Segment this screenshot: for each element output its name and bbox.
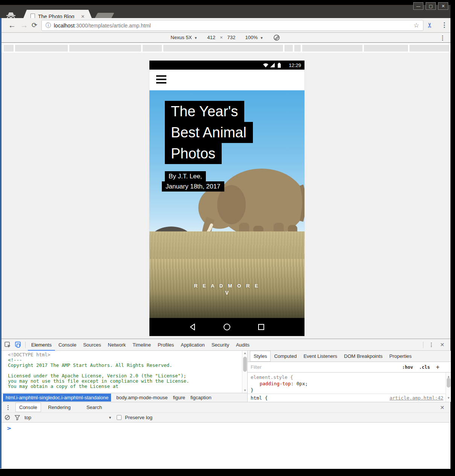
scroll-up-icon[interactable]: ▲ <box>242 351 247 355</box>
tab-audits[interactable]: Audits <box>233 339 253 351</box>
media-query-segment[interactable] <box>364 45 408 52</box>
dom-comment[interactable]: <!--- <box>0 357 247 363</box>
device-viewport-surround: 12:29 <box>0 53 450 339</box>
tab-security[interactable]: Security <box>208 339 233 351</box>
tab-console-drawer[interactable]: Console <box>15 403 41 412</box>
elements-scrollbar[interactable]: ▲ ▼ <box>242 351 247 393</box>
extension-scissors-icon[interactable]: ✂ <box>426 22 434 28</box>
css-rules: element.style { padding-top: 0px; } html… <box>248 373 451 402</box>
tab-application[interactable]: Application <box>177 339 208 351</box>
filter-funnel-icon[interactable] <box>15 415 20 420</box>
tab-network[interactable]: Network <box>105 339 129 351</box>
css-property[interactable]: padding-top <box>260 381 291 386</box>
dom-comment[interactable]: You may obtain a copy of the License at <box>0 384 247 389</box>
styles-filter-input[interactable] <box>251 364 364 370</box>
dom-comment[interactable]: Copyright 2017 The AMP Start Authors. Al… <box>0 363 247 368</box>
close-button[interactable]: ✕ <box>438 2 448 10</box>
media-query-segment[interactable] <box>15 45 68 52</box>
breadcrumb-item-html[interactable]: html.i-amphtml-singledoc.i-amphtml-stand… <box>3 394 111 401</box>
tab-dom-breakpoints[interactable]: DOM Breakpoints <box>341 351 386 361</box>
element-classes-toggle[interactable]: .cls <box>419 365 430 370</box>
android-back-icon[interactable] <box>189 323 197 331</box>
media-query-segment[interactable] <box>4 45 14 52</box>
browser-menu-icon[interactable]: ⋮ <box>441 21 447 29</box>
android-home-icon[interactable] <box>223 323 231 331</box>
scroll-down-icon[interactable]: ▼ <box>446 395 451 401</box>
tab-elements[interactable]: Elements <box>28 339 55 351</box>
dom-comment[interactable]: you may not use this file except in comp… <box>0 379 247 384</box>
browser-tab-bar: The Photo Blog ✕ <box>0 5 450 18</box>
media-query-segment[interactable] <box>285 45 293 52</box>
device-emulation-toolbar: Nexus 5X▼ 412 × 732 100%▼ ⋮ <box>0 33 450 43</box>
styles-scrollbar[interactable]: ▲ ▼ <box>446 373 451 402</box>
tab-rendering[interactable]: Rendering <box>45 403 74 412</box>
scroll-down-icon[interactable]: ▼ <box>242 389 247 392</box>
dom-comment[interactable]: Licensed under the Apache License, Versi… <box>0 373 247 379</box>
media-query-segment[interactable] <box>409 45 449 52</box>
execution-context-select[interactable]: top <box>24 415 31 420</box>
drawer-menu-icon[interactable]: ⋮ <box>0 404 15 411</box>
tab-timeline[interactable]: Timeline <box>129 339 154 351</box>
elements-tree[interactable]: <!DOCTYPE html> <!--- Copyright 2017 The… <box>0 351 247 393</box>
pseudo-state-toggle[interactable]: :hov <box>402 365 413 370</box>
media-query-segment[interactable] <box>302 45 362 52</box>
drawer-close-icon[interactable]: ✕ <box>440 405 450 411</box>
stylesheet-source-link[interactable]: article.amp.html:42 <box>390 395 443 401</box>
device-toolbar-menu-icon[interactable]: ⋮ <box>440 34 446 41</box>
tab-console[interactable]: Console <box>55 339 80 351</box>
zoom-select[interactable]: 100%▼ <box>245 35 263 40</box>
read-more-link[interactable]: R E A D M O R E <box>149 283 304 289</box>
tab-sources[interactable]: Sources <box>80 339 105 351</box>
hamburger-menu-icon[interactable] <box>156 75 166 85</box>
preserve-log-checkbox[interactable] <box>117 415 122 420</box>
console-output[interactable]: > <box>0 423 450 469</box>
breadcrumb-item-body[interactable]: body.amp-mode-mouse <box>116 395 167 400</box>
tab-properties[interactable]: Properties <box>386 351 415 361</box>
dom-node[interactable]: <!DOCTYPE html> <box>0 352 247 357</box>
devtools-menu-icon[interactable]: ⋮ <box>426 342 437 348</box>
breadcrumb-item-figure[interactable]: figure <box>173 395 185 400</box>
tab-event-listeners[interactable]: Event Listeners <box>300 351 341 361</box>
maximize-button[interactable]: ▢ <box>426 2 436 10</box>
inspect-element-icon[interactable] <box>5 342 11 348</box>
minimize-button[interactable]: — <box>413 2 423 10</box>
scroll-thumb[interactable] <box>243 357 247 372</box>
devtools-close-icon[interactable]: ✕ <box>437 342 447 348</box>
css-value[interactable]: : 0px; <box>291 381 308 386</box>
chevron-down-icon[interactable]: ▼ <box>108 416 112 420</box>
wifi-icon <box>263 63 268 67</box>
reload-icon[interactable]: ⟳ <box>32 20 37 30</box>
window-edge <box>0 18 2 468</box>
tab-profiles[interactable]: Profiles <box>154 339 177 351</box>
address-bar[interactable]: ⓘ localhost:3000/templates/article.amp.h… <box>41 20 423 31</box>
chevron-down-icon[interactable]: V <box>149 290 304 296</box>
media-query-segment[interactable] <box>69 45 141 52</box>
clear-console-icon[interactable] <box>5 415 10 420</box>
tab-computed[interactable]: Computed <box>271 351 300 361</box>
preserve-log-label[interactable]: Preserve log <box>125 415 152 420</box>
device-select[interactable]: Nexus 5X▼ <box>170 35 197 40</box>
device-height: 732 <box>227 35 236 40</box>
new-style-rule-button[interactable]: + <box>436 363 440 371</box>
title-line: Best Animal <box>165 122 253 143</box>
rotate-device-icon[interactable] <box>273 34 280 41</box>
bookmark-star-icon[interactable]: ☆ <box>414 21 419 29</box>
article-byline: By J.T. Lee, January 18th, 2017 <box>162 171 224 192</box>
android-recents-icon[interactable] <box>257 323 265 331</box>
toggle-device-toolbar-icon[interactable] <box>15 342 21 348</box>
device-dimensions[interactable]: 412 × 732 <box>207 35 236 40</box>
media-query-segment[interactable] <box>143 45 162 52</box>
back-icon[interactable]: ← <box>8 20 16 30</box>
info-icon[interactable]: ⓘ <box>46 22 51 29</box>
android-status-bar: 12:29 <box>149 61 304 70</box>
scroll-thumb[interactable] <box>447 378 450 388</box>
console-prompt-chevron[interactable]: > <box>7 425 11 431</box>
breadcrumb: html.i-amphtml-singledoc.i-amphtml-stand… <box>0 393 247 402</box>
media-query-segment[interactable] <box>163 45 283 52</box>
media-query-segment[interactable] <box>294 45 301 52</box>
tab-styles[interactable]: Styles <box>250 351 271 362</box>
inline-style-selector[interactable]: element.style { <box>251 374 451 380</box>
tab-search[interactable]: Search <box>83 403 105 412</box>
html-selector[interactable]: html { <box>251 395 268 401</box>
breadcrumb-item-figcaption[interactable]: figcaption <box>190 395 212 400</box>
